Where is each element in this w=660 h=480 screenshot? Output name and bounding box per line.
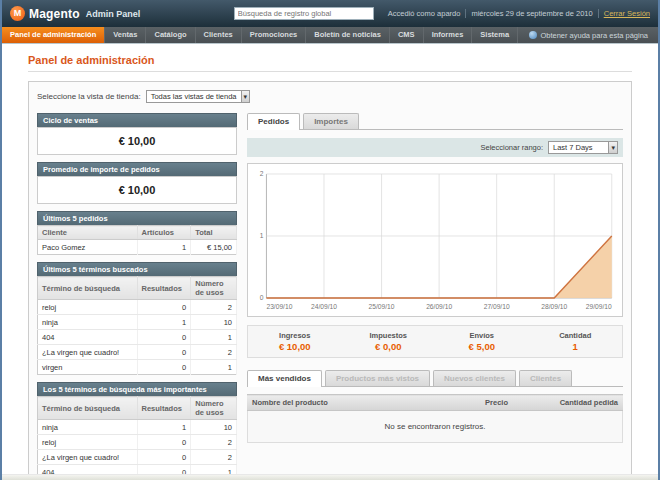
column-header: Número de usos — [191, 277, 237, 300]
nav-item-clientes[interactable]: Clientes — [196, 27, 242, 43]
svg-text:2: 2 — [260, 170, 264, 177]
table-row: virgen01 — [38, 360, 237, 375]
app-header: M Magento Admin Panel Accedió como apard… — [2, 0, 658, 27]
divider — [598, 9, 599, 18]
current-date: miércoles 29 de septiembre de 2010 — [471, 9, 592, 18]
stat-impuestos: Impuestos € 0,00 — [342, 331, 436, 352]
table-cell: reloj — [38, 435, 138, 450]
table-cell: 1 — [137, 240, 191, 255]
column-header: Total — [191, 226, 237, 240]
table-row: 40401 — [38, 465, 237, 475]
tab-importes[interactable]: Importes — [303, 113, 359, 129]
card-title: Los 5 términos de búsqueda más important… — [37, 382, 237, 396]
nav-item-promociones[interactable]: Promociones — [242, 27, 307, 43]
admin-page: M Magento Admin Panel Accedió como apard… — [0, 0, 660, 480]
table-cell: 10 — [191, 315, 237, 330]
table-row: ninja110 — [38, 420, 237, 435]
nav-item-dashboard[interactable]: Panel de administración — [2, 27, 105, 43]
svg-text:23/09/10: 23/09/10 — [266, 303, 292, 310]
table-cell: reloj — [38, 300, 138, 315]
dashboard-main-panel: Pedidos Importes Seleccionar rango: Last… — [247, 113, 623, 443]
dashboard-container: Seleccione la vista de tienda: Todas las… — [28, 81, 632, 474]
empty-grid-message: No se encontraron registros. — [247, 411, 623, 443]
table-cell: virgen — [38, 360, 138, 375]
page-title: Panel de administración — [28, 54, 632, 72]
table-cell: ¿La virgen que cuadro! — [38, 450, 138, 465]
lifetime-sales-value: € 10,00 — [37, 127, 237, 155]
table-row: Paco Gomez1€ 15,00 — [38, 240, 237, 255]
table-cell: 2 — [191, 450, 237, 465]
stat-cantidad: Cantidad 1 — [529, 331, 623, 352]
column-header: Cliente — [38, 226, 138, 240]
svg-text:0: 0 — [260, 294, 264, 301]
table-row: ¿La virgen que cuadro!02 — [38, 345, 237, 360]
range-label: Seleccionar rango: — [480, 143, 543, 152]
table-cell: ninja — [38, 315, 138, 330]
last-search-card: Últimos 5 términos buscados Término de b… — [37, 262, 237, 375]
column-header: Término de búsqueda — [38, 277, 138, 300]
help-link[interactable]: Obtener ayuda para esta página — [519, 27, 658, 43]
table-cell: 1 — [137, 315, 191, 330]
top-search-table: Término de búsqueda Resultados Número de… — [37, 396, 237, 474]
card-title: Ciclo de ventas — [37, 113, 237, 127]
store-view-select[interactable]: Todas las vistas de tienda ▾ — [146, 90, 250, 103]
main-nav: Panel de administración Ventas Catálogo … — [2, 27, 658, 44]
divider — [465, 9, 466, 18]
nav-item-cms[interactable]: CMS — [390, 27, 424, 43]
table-cell: 0 — [137, 300, 191, 315]
nav-item-boletin[interactable]: Boletín de noticias — [306, 27, 390, 43]
logo-subtitle: Admin Panel — [86, 9, 141, 19]
card-title: Últimos 5 pedidos — [37, 211, 237, 225]
products-grid: Nombre del producto Precio Cantidad pedi… — [247, 394, 623, 411]
nav-item-sistema[interactable]: Sistema — [472, 27, 518, 43]
table-row: 40401 — [38, 330, 237, 345]
chart-tabs: Pedidos Importes — [247, 113, 623, 130]
card-title: Últimos 5 términos buscados — [37, 262, 237, 276]
globe-icon — [529, 31, 537, 39]
tab-pedidos[interactable]: Pedidos — [247, 113, 300, 130]
nav-item-catalogo[interactable]: Catálogo — [146, 27, 195, 43]
global-search-input[interactable] — [234, 7, 374, 20]
last-orders-card: Últimos 5 pedidos Cliente Artículos Tota… — [37, 211, 237, 255]
sidebar: Ciclo de ventas € 10,00 Promedio de impo… — [37, 113, 237, 474]
tab-mas-vendidos[interactable]: Más vendidos — [247, 370, 322, 387]
tab-clientes[interactable]: Clientes — [519, 370, 572, 386]
last-search-table: Término de búsqueda Resultados Número de… — [37, 276, 237, 375]
table-cell: € 15,00 — [191, 240, 237, 255]
header-user-info: Accedió como apardo miércoles 29 de sept… — [388, 9, 650, 18]
store-view-label: Seleccione la vista de tienda: — [37, 92, 141, 101]
svg-text:24/09/10: 24/09/10 — [311, 303, 337, 310]
totals-row: Ingresos € 10,00 Impuestos € 0,00 Envíos… — [247, 325, 623, 358]
nav-item-ventas[interactable]: Ventas — [105, 27, 146, 43]
nav-item-informes[interactable]: Informes — [424, 27, 473, 43]
table-row: ninja110 — [38, 315, 237, 330]
column-header: Término de búsqueda — [38, 397, 138, 420]
svg-text:1: 1 — [260, 232, 264, 239]
table-row: reloj02 — [38, 435, 237, 450]
table-cell: 1 — [191, 360, 237, 375]
column-header: Artículos — [137, 226, 191, 240]
table-cell: 1 — [191, 330, 237, 345]
table-cell: 404 — [38, 465, 138, 475]
logout-link[interactable]: Cerrar Sesión — [604, 9, 650, 18]
table-cell: 0 — [137, 465, 191, 475]
store-view-row: Seleccione la vista de tienda: Todas las… — [37, 90, 623, 103]
range-select[interactable]: Last 7 Days ▾ — [548, 141, 618, 154]
table-cell: 10 — [191, 420, 237, 435]
footer-strip — [2, 474, 658, 480]
average-orders-card: Promedio de importe de pedidos € 10,00 — [37, 162, 237, 204]
column-header: Resultados — [137, 277, 191, 300]
table-cell: 1 — [191, 465, 237, 475]
tab-productos-mas-vistos[interactable]: Productos más vistos — [325, 370, 430, 386]
column-header: Precio — [480, 395, 551, 411]
table-cell: 0 — [137, 450, 191, 465]
stat-ingresos: Ingresos € 10,00 — [248, 331, 342, 352]
table-cell: 0 — [137, 435, 191, 450]
range-bar: Seleccionar rango: Last 7 Days ▾ — [247, 138, 623, 157]
table-cell: ¿La virgen que cuadro! — [38, 345, 138, 360]
table-cell: 2 — [191, 435, 237, 450]
logged-in-as: Accedió como apardo — [388, 9, 461, 18]
stat-envios: Envíos € 5,00 — [435, 331, 529, 352]
tab-nuevos-clientes[interactable]: Nuevos clientes — [433, 370, 516, 386]
orders-chart: 01223/09/1024/09/1025/09/1026/09/1027/09… — [247, 163, 623, 317]
